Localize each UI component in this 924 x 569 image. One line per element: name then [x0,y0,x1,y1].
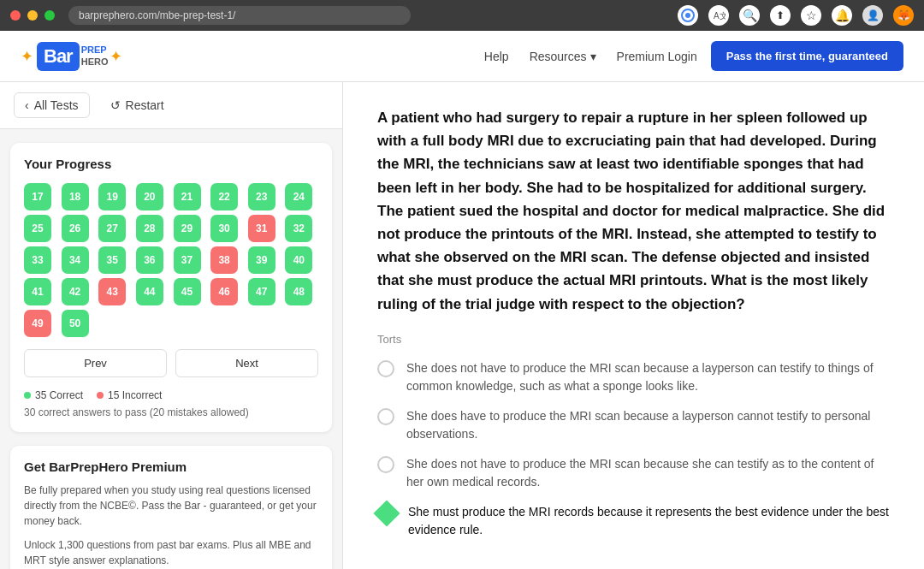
radio-circle-a [377,360,394,377]
cta-button[interactable]: Pass the first time, guaranteed [711,41,903,71]
browser-close-dot [10,10,21,21]
share-icon: ⬆ [770,5,791,26]
progress-number-23[interactable]: 23 [248,183,275,210]
answer-option-c[interactable]: She does not have to produce the MRI sca… [377,455,890,491]
premium-unlock-text: Unlock 1,300 questions from past bar exa… [24,537,318,568]
progress-number-50[interactable]: 50 [62,310,89,337]
progress-note: 30 correct answers to pass (20 mistakes … [24,406,318,418]
nav-buttons: Prev Next [24,349,318,377]
navbar: ✦ Bar PREP HERO ✦ Help Resources ▾ Premi… [0,31,924,82]
resources-link[interactable]: Resources ▾ [530,50,596,63]
prev-button[interactable]: Prev [24,349,167,377]
search-icon: 🔍 [739,5,760,26]
radio-circle-b [377,408,394,425]
browser-chrome: barprephero.com/mbe-prep-test-1/ A文 🔍 ⬆ … [0,0,924,31]
browser-min-dot [27,10,38,21]
logo-bar-text: Bar [37,42,80,71]
answer-text-c: She does not have to produce the MRI sca… [406,455,890,491]
answer-option-a[interactable]: She does not have to produce the MRI sca… [377,359,890,395]
progress-number-39[interactable]: 39 [248,246,275,274]
progress-number-21[interactable]: 21 [174,183,201,210]
help-link[interactable]: Help [484,50,509,63]
logo-star-right: ✦ [110,47,122,66]
translate-icon: A文 [708,5,729,26]
progress-number-35[interactable]: 35 [98,246,126,274]
progress-number-18[interactable]: 18 [62,183,89,210]
progress-number-25[interactable]: 25 [24,215,51,242]
progress-number-45[interactable]: 45 [174,278,201,305]
correct-legend: 35 Correct [24,389,83,401]
progress-number-48[interactable]: 48 [285,278,312,305]
url-bar[interactable]: barprephero.com/mbe-prep-test-1/ [68,6,411,25]
browser-extension-icon: 🦊 [893,5,914,26]
progress-number-33[interactable]: 33 [24,246,51,274]
progress-number-40[interactable]: 40 [285,246,312,274]
answer-text-a: She does not have to produce the MRI sca… [406,359,890,395]
progress-number-44[interactable]: 44 [136,278,163,305]
correct-dot [24,392,31,399]
nav-links: Help Resources ▾ Premium Login [484,50,697,63]
restart-button[interactable]: ↺ Restart [110,98,164,112]
progress-number-43[interactable]: 43 [98,278,126,305]
progress-number-27[interactable]: 27 [98,215,126,242]
back-arrow-icon: ‹ [25,98,29,112]
incorrect-label: 15 Incorrect [108,389,162,401]
category-label: Torts [377,333,890,346]
next-button[interactable]: Next [175,349,318,377]
progress-number-22[interactable]: 22 [210,183,238,210]
notification-icon: 🔔 [832,5,852,26]
content-area: A patient who had surgery to repair a ru… [342,82,924,569]
progress-legend: 35 Correct 15 Incorrect [24,389,318,401]
progress-number-34[interactable]: 34 [62,246,89,274]
number-grid: 1718192021222324252627282930313233343536… [24,183,318,337]
progress-number-42[interactable]: 42 [62,278,89,305]
progress-card: Your Progress 17181920212223242526272829… [10,143,332,432]
logo: ✦ Bar PREP HERO ✦ [21,42,122,71]
progress-number-19[interactable]: 19 [98,183,126,210]
question-text: A patient who had surgery to repair a ru… [377,106,890,316]
premium-login-link[interactable]: Premium Login [617,50,697,63]
restart-label: Restart [126,98,164,112]
progress-number-46[interactable]: 46 [210,278,238,305]
radio-circle-c [377,456,394,473]
progress-number-31[interactable]: 31 [248,215,275,242]
progress-number-37[interactable]: 37 [174,246,201,274]
all-tests-button[interactable]: ‹ All Tests [14,92,90,118]
answer-options: She does not have to produce the MRI sca… [377,359,890,539]
svg-point-1 [685,13,690,18]
resources-label: Resources [530,50,587,63]
progress-number-49[interactable]: 49 [24,310,51,337]
correct-answer-icon [373,500,400,526]
premium-title: Get BarPrepHero Premium [24,459,318,474]
svg-text:A文: A文 [714,11,726,21]
progress-number-24[interactable]: 24 [285,183,312,210]
progress-number-41[interactable]: 41 [24,278,51,305]
answer-option-b[interactable]: She does have to produce the MRI scan be… [377,407,890,443]
browser-max-dot [44,10,55,21]
sidebar-topbar: ‹ All Tests ↺ Restart [0,82,342,129]
all-tests-label: All Tests [34,98,79,112]
progress-title: Your Progress [24,157,318,171]
progress-number-20[interactable]: 20 [136,183,163,210]
sidebar: ‹ All Tests ↺ Restart Your Progress 1718… [0,82,342,569]
progress-number-36[interactable]: 36 [136,246,163,274]
progress-number-26[interactable]: 26 [62,215,89,242]
progress-number-30[interactable]: 30 [210,215,238,242]
logo-star-left: ✦ [21,47,33,66]
progress-number-38[interactable]: 38 [210,246,238,274]
answer-option-d[interactable]: She must produce the MRI records because… [377,503,890,539]
premium-description: Be fully prepared when you study using r… [24,483,318,529]
chevron-down-icon: ▾ [590,50,596,63]
restart-icon: ↺ [110,98,121,112]
answer-text-b: She does have to produce the MRI scan be… [406,407,890,443]
premium-card: Get BarPrepHero Premium Be fully prepare… [10,446,332,569]
answer-text-d: She must produce the MRI records because… [408,503,890,539]
progress-number-47[interactable]: 47 [248,278,275,305]
progress-number-28[interactable]: 28 [136,215,163,242]
progress-number-29[interactable]: 29 [174,215,201,242]
main-container: ‹ All Tests ↺ Restart Your Progress 1718… [0,82,924,569]
progress-number-17[interactable]: 17 [24,183,51,210]
logo-subtext: PREP HERO [81,44,109,67]
bookmark-icon: ☆ [801,5,821,26]
progress-number-32[interactable]: 32 [285,215,312,242]
